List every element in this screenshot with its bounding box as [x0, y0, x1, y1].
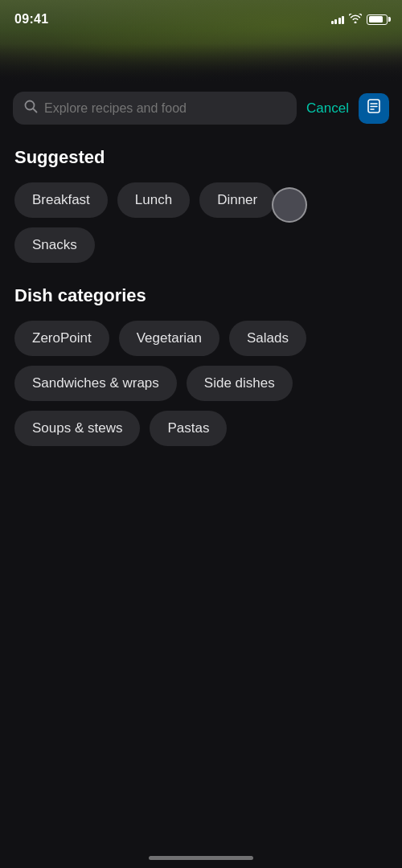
- suggested-title: Suggested: [14, 147, 388, 168]
- chip-pastas[interactable]: Pastas: [150, 411, 227, 446]
- chip-vegetarian[interactable]: Vegetarian: [119, 321, 219, 356]
- dish-categories-chips-row: ZeroPoint Vegetarian Salads Sandwiches &…: [14, 321, 388, 446]
- suggested-chips-row-2: Snacks: [14, 227, 388, 263]
- main-content: Cancel Suggested Breakfast Lunch: [0, 84, 402, 446]
- chip-lunch[interactable]: Lunch: [117, 182, 190, 218]
- cancel-button[interactable]: Cancel: [306, 100, 349, 117]
- search-input[interactable]: [44, 101, 285, 116]
- home-bar: [149, 856, 253, 860]
- svg-line-1: [33, 108, 37, 113]
- notes-button[interactable]: [359, 93, 389, 124]
- signal-icon: [331, 14, 345, 24]
- chip-sandwiches-wraps[interactable]: Sandwiches & wraps: [14, 366, 177, 401]
- chip-side-dishes[interactable]: Side dishes: [187, 366, 293, 401]
- suggested-chips-area: Breakfast Lunch Dinner Snacks: [14, 182, 388, 263]
- search-row: Cancel: [0, 92, 402, 125]
- status-bar: 09:41: [0, 0, 402, 35]
- battery-icon: [367, 14, 388, 25]
- status-icons: [331, 14, 388, 26]
- suggested-chips-row: Breakfast Lunch Dinner: [14, 182, 388, 218]
- chip-breakfast[interactable]: Breakfast: [14, 182, 108, 218]
- chip-zeropoint[interactable]: ZeroPoint: [14, 321, 109, 356]
- dish-categories-title: Dish categories: [14, 285, 388, 306]
- status-time: 09:41: [14, 12, 48, 27]
- wifi-icon: [349, 14, 362, 26]
- notes-icon: [366, 98, 382, 118]
- suggested-section: Suggested Breakfast Lunch Dinner Snacks: [0, 147, 402, 263]
- chip-soups-stews[interactable]: Soups & stews: [14, 411, 140, 446]
- search-input-wrapper[interactable]: [13, 92, 297, 125]
- dish-categories-section: Dish categories ZeroPoint Vegetarian Sal…: [0, 285, 402, 446]
- chip-dinner[interactable]: Dinner: [199, 182, 275, 218]
- search-icon: [24, 100, 38, 117]
- chip-salads[interactable]: Salads: [229, 321, 306, 356]
- chip-snacks[interactable]: Snacks: [14, 227, 95, 263]
